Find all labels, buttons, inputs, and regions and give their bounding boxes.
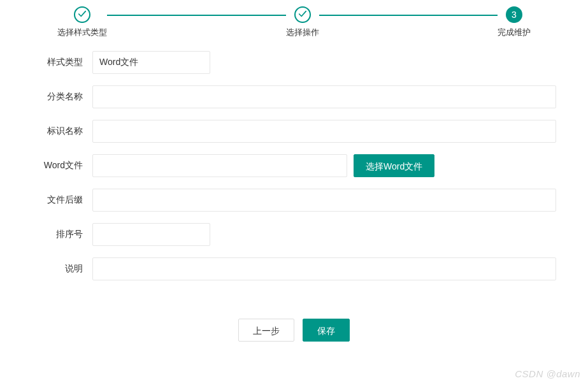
label-style-type: 样式类型 <box>32 57 92 68</box>
label-word-file: Word文件 <box>32 160 92 171</box>
control-word-file: 选择Word文件 <box>92 154 556 177</box>
check-icon <box>298 10 307 20</box>
save-button[interactable]: 保存 <box>303 319 350 342</box>
row-category-name: 分类名称 <box>32 85 556 108</box>
row-style-type: 样式类型 <box>32 51 556 74</box>
check-icon <box>78 10 87 20</box>
step-line-1 <box>107 15 286 16</box>
step-line-2 <box>319 15 498 16</box>
identity-name-input[interactable] <box>92 120 556 143</box>
style-type-input[interactable] <box>92 51 210 74</box>
steps-container: 选择样式类型 选择操作 3 完成维护 <box>0 0 588 38</box>
control-identity-name <box>92 120 556 143</box>
step-3-circle: 3 <box>506 6 522 23</box>
step-2: 选择操作 <box>286 6 319 38</box>
row-word-file: Word文件 选择Word文件 <box>32 154 556 177</box>
row-description: 说明 <box>32 257 556 280</box>
step-1: 选择样式类型 <box>57 6 107 38</box>
label-sort-no: 排序号 <box>32 229 92 240</box>
control-style-type <box>92 51 556 74</box>
form-container: 样式类型 分类名称 标识名称 Word文件 选择Word文件 文件后缀 排序号 <box>0 38 588 280</box>
watermark-text: CSDN @dawn <box>515 368 580 379</box>
row-file-suffix: 文件后缀 <box>32 189 556 212</box>
step-1-title: 选择样式类型 <box>57 27 107 38</box>
step-3-number: 3 <box>512 10 517 20</box>
step-3-title: 完成维护 <box>498 27 531 38</box>
label-file-suffix: 文件后缀 <box>32 194 92 206</box>
control-category-name <box>92 85 556 108</box>
step-3: 3 完成维护 <box>498 6 531 38</box>
label-description: 说明 <box>32 263 92 275</box>
row-sort-no: 排序号 <box>32 223 556 246</box>
word-file-input[interactable] <box>92 154 347 177</box>
prev-button[interactable]: 上一步 <box>238 319 294 342</box>
control-file-suffix <box>92 189 556 212</box>
step-2-circle <box>294 6 311 23</box>
label-identity-name: 标识名称 <box>32 126 92 137</box>
step-2-title: 选择操作 <box>286 27 319 38</box>
choose-word-file-button[interactable]: 选择Word文件 <box>354 154 434 177</box>
description-input[interactable] <box>92 257 556 280</box>
row-identity-name: 标识名称 <box>32 120 556 143</box>
control-description <box>92 257 556 280</box>
sort-no-input[interactable] <box>92 223 210 246</box>
control-sort-no <box>92 223 556 246</box>
category-name-input[interactable] <box>92 85 556 108</box>
file-suffix-input[interactable] <box>92 189 556 212</box>
label-category-name: 分类名称 <box>32 91 92 103</box>
actions-bar: 上一步 保存 <box>0 319 588 342</box>
step-1-circle <box>74 6 90 23</box>
